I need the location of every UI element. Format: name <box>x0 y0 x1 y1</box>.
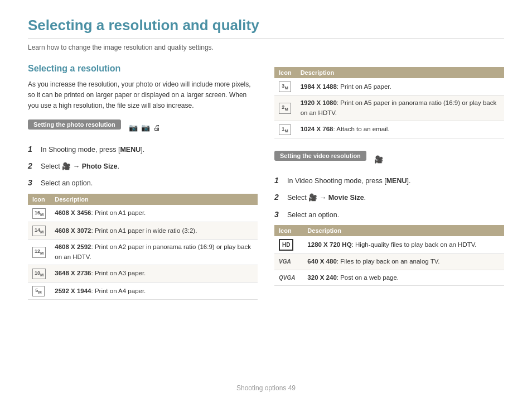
desc-cell: 1984 X 1488: Print on A5 paper. <box>296 78 504 95</box>
desc-cell: 1280 X 720 HQ: High-quality files to pla… <box>303 236 504 254</box>
icon-cell: VGA <box>274 254 303 270</box>
photo-resolution-setting-row: Setting the photo resolution 📷 📷 🖨 <box>28 119 258 136</box>
photo-table-icon-header: Icon <box>28 194 50 205</box>
table-row: QVGA 320 X 240: Post on a web page. <box>274 270 504 285</box>
icon-cell: 14M <box>28 222 50 240</box>
video-step-1: 1 In Video Shooting mode, press [MENU]. <box>274 174 504 186</box>
desc-cell: 4608 X 3072: Print on A1 paper in wide r… <box>50 222 258 240</box>
table-row: 3M 1984 X 1488: Print on A5 paper. <box>274 78 504 95</box>
photo-step-3: 3 Select an option. <box>28 176 258 189</box>
icon-cell: 5M <box>28 283 50 300</box>
left-column: Selecting a resolution As you increase t… <box>28 64 258 308</box>
table-row: 16M 4608 X 3456: Print on A1 paper. <box>28 205 258 222</box>
selecting-resolution-intro: As you increase the resolution, your pho… <box>28 79 258 112</box>
video-resolution-setting-row: Setting the video resolution 🎥 <box>274 151 504 168</box>
photo-resolution-table-right: Icon Description 3M 1984 X 1488: Print o… <box>274 67 504 138</box>
table-row: 14M 4608 X 3072: Print on A1 paper in wi… <box>28 222 258 240</box>
page-title: Selecting a resolution and quality <box>28 17 504 39</box>
desc-cell: 4608 X 3456: Print on A1 paper. <box>50 205 258 222</box>
camera-icon-1: 📷 <box>129 123 138 132</box>
video-resolution-table: Icon Description HD 1280 X 720 HQ: High-… <box>274 225 504 286</box>
icon-cell: 16M <box>28 205 50 222</box>
photo-resolution-table: Icon Description 16M 4608 X 3456: Print … <box>28 194 258 300</box>
icon-cell: 10M <box>28 265 50 282</box>
table-row: VGA 640 X 480: Files to play back on an … <box>274 254 504 270</box>
icon-cell: 12M <box>28 240 50 265</box>
page-footer: Shooting options 49 <box>236 384 296 392</box>
icon-cell: 2M <box>274 95 296 121</box>
right-column: Icon Description 3M 1984 X 1488: Print o… <box>274 64 504 308</box>
desc-cell: 1920 X 1080: Print on A5 paper in panora… <box>296 95 504 121</box>
selecting-resolution-title: Selecting a resolution <box>28 64 258 74</box>
video-table-icon-header: Icon <box>274 225 303 236</box>
video-table-desc-header: Description <box>303 225 504 236</box>
desc-cell: 320 X 240: Post on a web page. <box>303 270 504 285</box>
photo-resolution-label: Setting the photo resolution <box>28 119 121 130</box>
photo-table-r-icon-header: Icon <box>274 67 296 78</box>
video-camera-icon: 🎥 <box>374 155 383 164</box>
camera-icon-3: 🖨 <box>153 123 161 132</box>
table-row: 5M 2592 X 1944: Print on A4 paper. <box>28 283 258 300</box>
table-row: HD 1280 X 720 HQ: High-quality files to … <box>274 236 504 254</box>
icon-cell: HD <box>274 236 303 254</box>
table-row: 12M 4608 X 2592: Print on A2 paper in pa… <box>28 240 258 265</box>
photo-step-2: 2 Select 🎥 → Photo Size. <box>28 160 258 172</box>
table-row: 10M 3648 X 2736: Print on A3 paper. <box>28 265 258 282</box>
table-row: 2M 1920 X 1080: Print on A5 paper in pan… <box>274 95 504 121</box>
video-step-3: 3 Select an option. <box>274 208 504 221</box>
icon-cell: 3M <box>274 78 296 95</box>
desc-cell: 3648 X 2736: Print on A3 paper. <box>50 265 258 282</box>
desc-cell: 4608 X 2592: Print on A2 paper in panora… <box>50 240 258 265</box>
page-subtitle: Learn how to change the image resolution… <box>28 44 504 51</box>
desc-cell: 640 X 480: Files to play back on an anal… <box>303 254 504 270</box>
photo-table-r-desc-header: Description <box>296 67 504 78</box>
photo-step-1: 1 In Shooting mode, press [MENU]. <box>28 143 258 155</box>
photo-table-desc-header: Description <box>50 194 258 205</box>
video-resolution-label: Setting the video resolution <box>274 151 366 161</box>
video-step-2: 2 Select 🎥 → Movie Size. <box>274 191 504 203</box>
icon-cell: 1M <box>274 121 296 138</box>
icon-cell: QVGA <box>274 270 303 285</box>
table-row: 1M 1024 X 768: Attach to an email. <box>274 121 504 138</box>
camera-icon-2: 📷 <box>141 123 150 132</box>
desc-cell: 1024 X 768: Attach to an email. <box>296 121 504 138</box>
desc-cell: 2592 X 1944: Print on A4 paper. <box>50 283 258 300</box>
